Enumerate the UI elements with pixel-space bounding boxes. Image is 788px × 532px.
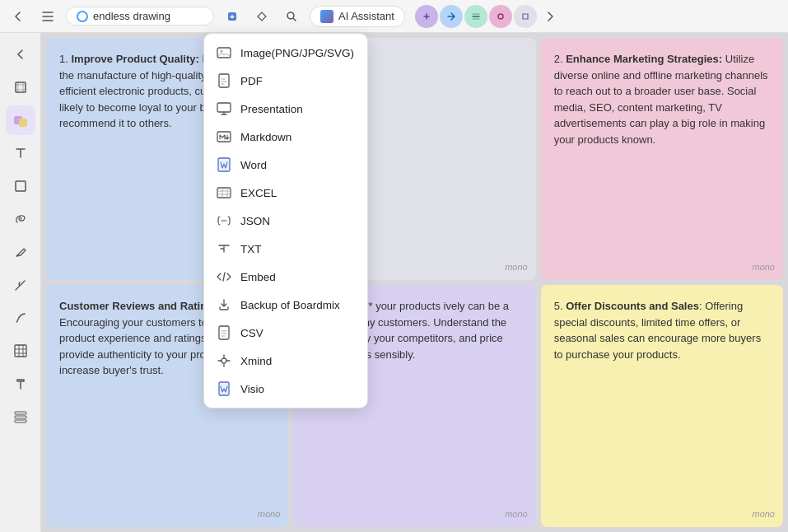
dropdown-item-json[interactable]: JSON (204, 207, 367, 235)
sidebar-item-image[interactable] (6, 105, 35, 135)
card-6-text: 5. Offer Discounts and Sales: Offering s… (554, 300, 761, 361)
icon-blue[interactable] (440, 5, 463, 28)
svg-rect-23 (219, 326, 229, 339)
card-4-mono: mono (258, 507, 281, 521)
word-icon (216, 156, 232, 173)
dropdown-item-word[interactable]: Word (204, 151, 367, 179)
card-6[interactable]: 5. Offer Discounts and Sales: Offering s… (541, 285, 783, 527)
topbar-icons (415, 5, 562, 28)
svg-rect-11 (16, 181, 26, 191)
svg-rect-7 (520, 12, 530, 21)
back-button[interactable] (7, 5, 30, 28)
card-3-mono: mono (752, 260, 775, 274)
embed-label: Embed (240, 271, 276, 283)
sidebar-item-lasso[interactable] (6, 204, 35, 234)
pdf-icon (216, 72, 232, 89)
txt-label: TXT (240, 243, 262, 255)
download-button[interactable] (221, 5, 244, 28)
svg-rect-14 (15, 416, 26, 418)
sidebar-item-list[interactable] (6, 402, 35, 432)
sidebar-item-connector[interactable] (6, 303, 35, 333)
dropdown-item-xmind[interactable]: Xmind (204, 347, 367, 375)
csv-icon (216, 324, 232, 341)
svg-rect-19 (217, 103, 231, 112)
dropdown-item-visio[interactable]: Visio (204, 375, 367, 403)
backup-icon (216, 296, 232, 313)
xmind-label: Xmind (240, 355, 272, 367)
excel-icon (216, 184, 232, 201)
visio-label: Visio (240, 383, 264, 395)
sidebar-item-brush[interactable] (6, 270, 35, 300)
card-3-text: 2. Enhance Marketing Strategies: Utilize… (554, 53, 768, 146)
card-2-mono: mono (505, 260, 528, 274)
svg-rect-22 (217, 188, 231, 198)
presentation-icon (216, 100, 232, 117)
sidebar (0, 33, 41, 532)
svg-point-1 (287, 12, 294, 19)
svg-point-17 (221, 50, 223, 53)
markdown-label: Markdown (240, 131, 291, 143)
sidebar-item-pen[interactable] (6, 237, 35, 267)
topbar-left: endless drawing (7, 5, 303, 28)
ai-assistant-label: AI Assistant (338, 10, 394, 22)
url-icon (77, 11, 88, 22)
icon-pink[interactable] (489, 5, 512, 28)
embed-icon (216, 268, 232, 285)
url-bar[interactable]: endless drawing (66, 7, 214, 26)
svg-rect-15 (15, 420, 26, 422)
dropdown-item-image[interactable]: Image(PNG/JPG/SVG) (204, 39, 367, 67)
chevron-right-button[interactable] (539, 5, 562, 28)
url-text: endless drawing (93, 10, 170, 22)
topbar: endless drawing AI Assistant (0, 0, 788, 33)
ai-assistant-button[interactable]: AI Assistant (310, 6, 405, 27)
dropdown-item-embed[interactable]: Embed (204, 263, 367, 291)
xmind-icon (216, 352, 232, 369)
dropdown-item-txt[interactable]: TXT (204, 235, 367, 263)
presentation-label: Presentation (240, 103, 303, 115)
menu-button[interactable] (36, 5, 59, 28)
json-label: JSON (240, 215, 270, 227)
backup-label: Backup of Boardmix (240, 299, 340, 311)
excel-label: EXCEL (240, 187, 277, 199)
svg-rect-10 (19, 119, 27, 127)
icon-purple[interactable] (415, 5, 438, 28)
dropdown-item-excel[interactable]: EXCEL (204, 179, 367, 207)
txt-icon (216, 240, 232, 257)
svg-rect-5 (496, 12, 506, 21)
csv-label: CSV (240, 327, 263, 339)
dropdown-item-presentation[interactable]: Presentation (204, 95, 367, 123)
svg-rect-16 (217, 48, 231, 58)
visio-icon (216, 380, 232, 397)
tag-button[interactable] (250, 5, 273, 28)
svg-rect-20 (217, 132, 231, 142)
dropdown-item-csv[interactable]: CSV (204, 319, 367, 347)
card-3[interactable]: 2. Enhance Marketing Strategies: Utilize… (541, 38, 783, 280)
sidebar-item-table[interactable] (6, 336, 35, 366)
svg-rect-12 (15, 345, 26, 357)
search-button[interactable] (280, 5, 303, 28)
icon-gray[interactable] (514, 5, 537, 28)
word-label: Word (240, 159, 267, 171)
export-dropdown: Image(PNG/JPG/SVG) PDF Presentation Mark… (203, 33, 368, 408)
svg-rect-8 (16, 82, 26, 92)
json-icon (216, 212, 232, 229)
canvas: 1. Improve Product Quality: By ensuring … (41, 33, 788, 532)
pdf-label: PDF (240, 75, 263, 87)
dropdown-item-backup[interactable]: Backup of Boardmix (204, 291, 367, 319)
markdown-icon (216, 128, 232, 145)
sidebar-item-back[interactable] (6, 40, 35, 69)
svg-rect-18 (219, 74, 229, 87)
svg-rect-13 (15, 412, 26, 414)
ai-logo-icon (320, 10, 333, 23)
image-label: Image(PNG/JPG/SVG) (240, 47, 354, 59)
dropdown-item-pdf[interactable]: PDF (204, 67, 367, 95)
sidebar-item-frame[interactable] (6, 72, 35, 102)
icon-teal[interactable] (464, 5, 487, 28)
svg-point-24 (221, 358, 226, 363)
dropdown-item-markdown[interactable]: Markdown (204, 123, 367, 151)
sidebar-item-text[interactable] (6, 138, 35, 168)
sidebar-item-text2[interactable] (6, 369, 35, 399)
image-icon (216, 44, 232, 61)
card-5-mono: mono (505, 507, 528, 521)
sidebar-item-sticky[interactable] (6, 171, 35, 201)
